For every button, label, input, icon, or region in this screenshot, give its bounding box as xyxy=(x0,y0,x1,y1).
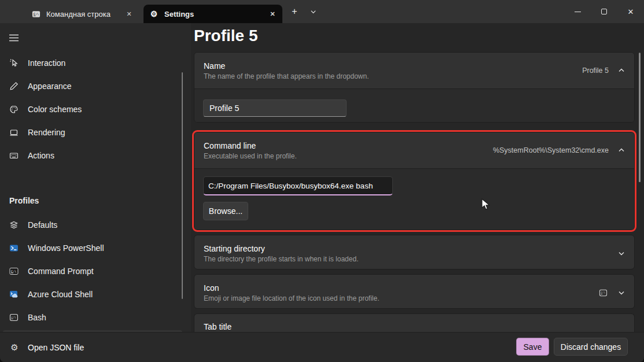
tab-dropdown-button[interactable] xyxy=(305,4,321,19)
new-tab-button[interactable]: + xyxy=(286,4,303,19)
gear-icon: ⚙ xyxy=(149,9,159,19)
profiles-section-header: Profiles xyxy=(9,196,39,205)
expander-command-line: Command line Executable used in the prof… xyxy=(194,132,635,230)
tab-title: Settings xyxy=(164,10,267,19)
expander-tab-title: Tab title xyxy=(194,313,635,332)
cmd-tab-icon: C:\ xyxy=(31,9,41,19)
setting-title: Name xyxy=(204,61,582,71)
svg-text:c:\: c:\ xyxy=(11,316,16,319)
svg-text:C:\: C:\ xyxy=(11,269,16,273)
setting-title: Command line xyxy=(204,141,493,150)
sidebar-item-interaction[interactable]: Interaction xyxy=(3,53,182,73)
sidebar-item-defaults[interactable]: Defaults xyxy=(3,215,182,235)
expander-starting-directory: Starting directory The directory the pro… xyxy=(194,235,635,269)
sidebar-item-label: Command Prompt xyxy=(28,267,94,276)
setting-subtitle: The directory the profile starts in when… xyxy=(204,255,618,263)
page-title: Profile 5 xyxy=(194,27,257,45)
expander-name-header[interactable]: Name The name of the profile that appear… xyxy=(194,53,634,88)
sidebar-item-label: Rendering xyxy=(28,128,65,137)
pen-icon xyxy=(9,82,19,91)
expander-command-line-header[interactable]: Command line Executable used in the prof… xyxy=(194,132,634,168)
setting-subtitle: Emoji or image file location of the icon… xyxy=(204,294,598,302)
setting-current-value: %SystemRoot%\System32\cmd.exe xyxy=(493,146,609,154)
hamburger-button[interactable] xyxy=(5,29,23,46)
sidebar-item-label: Azure Cloud Shell xyxy=(28,290,93,299)
sidebar-scrollbar[interactable] xyxy=(182,72,183,299)
profile-icon-preview: c:\ xyxy=(598,288,608,297)
sidebar-item-windows-powershell[interactable]: Windows PowerShell xyxy=(3,238,182,258)
open-json-label: Open JSON file xyxy=(28,343,84,352)
app-window: C:\ Командная строка ✕ ⚙ Settings ✕ + ✕ … xyxy=(0,0,644,362)
setting-subtitle: The name of the profile that appears in … xyxy=(204,72,582,80)
sidebar-item-label: Color schemes xyxy=(28,105,82,114)
azure-cloud-icon xyxy=(9,290,19,299)
minimize-icon xyxy=(575,12,581,12)
expander-icon-header[interactable]: Icon Emoji or image file location of the… xyxy=(194,275,634,309)
sidebar-item-appearance[interactable]: Appearance xyxy=(3,76,182,97)
expander-command-line-body: Browse... xyxy=(194,168,634,230)
powershell-icon xyxy=(9,243,19,253)
chevron-down-icon xyxy=(310,9,317,15)
monitor-icon xyxy=(9,128,19,137)
terminal-icon: c:\ xyxy=(9,313,19,322)
sidebar-item-color-schemes[interactable]: Color schemes xyxy=(3,99,182,120)
chevron-down-icon xyxy=(618,289,625,296)
discard-changes-button[interactable]: Discard changes xyxy=(554,338,628,356)
tab-close-icon[interactable]: ✕ xyxy=(124,9,134,19)
gear-icon: ⚙ xyxy=(9,342,20,353)
browse-button[interactable]: Browse... xyxy=(203,202,248,220)
sidebar-item-label: Windows PowerShell xyxy=(28,243,104,253)
expander-tab-title-header[interactable]: Tab title xyxy=(194,314,634,332)
tab-close-icon[interactable]: ✕ xyxy=(267,9,278,19)
tab-command-prompt[interactable]: C:\ Командная строка ✕ xyxy=(25,5,139,23)
sidebar-item-bash[interactable]: c:\ Bash xyxy=(3,307,182,328)
close-button[interactable]: ✕ xyxy=(617,0,644,23)
sidebar-item-label: Actions xyxy=(28,151,54,160)
sidebar-item-label: Appearance xyxy=(28,82,72,91)
content-scrollbar[interactable] xyxy=(639,53,641,182)
pointer-icon xyxy=(9,58,19,68)
svg-text:C:\: C:\ xyxy=(33,12,38,15)
sidebar-item-command-prompt[interactable]: C:\ Command Prompt xyxy=(3,261,182,282)
setting-current-value: Profile 5 xyxy=(582,67,609,75)
expander-starting-directory-header[interactable]: Starting directory The directory the pro… xyxy=(194,235,634,269)
tab-title: Командная строка xyxy=(46,10,124,19)
commandline-input[interactable] xyxy=(203,176,393,195)
cmd-icon: C:\ xyxy=(9,267,19,276)
chevron-down-icon xyxy=(618,250,625,257)
titlebar: C:\ Командная строка ✕ ⚙ Settings ✕ + ✕ xyxy=(0,0,644,23)
expander-name: Name The name of the profile that appear… xyxy=(194,52,635,123)
tab-settings[interactable]: ⚙ Settings ✕ xyxy=(143,5,282,23)
layers-icon xyxy=(9,220,19,230)
setting-title: Starting directory xyxy=(204,244,618,253)
expander-icon: Icon Emoji or image file location of the… xyxy=(194,274,635,309)
sidebar-item-label: Bash xyxy=(28,313,46,322)
chevron-up-icon xyxy=(618,147,625,154)
hamburger-icon xyxy=(9,34,19,42)
minimize-button[interactable] xyxy=(564,0,591,23)
setting-subtitle: Executable used in the profile. xyxy=(204,152,493,160)
sidebar-item-actions[interactable]: Actions xyxy=(3,145,182,166)
setting-title: Icon xyxy=(204,283,598,293)
svg-text:c:\: c:\ xyxy=(601,291,605,294)
sidebar-item-label: Defaults xyxy=(28,220,57,230)
maximize-icon xyxy=(601,9,607,14)
settings-main-panel: Profile 5 Name The name of the profile t… xyxy=(191,23,644,332)
sidebar-item-rendering[interactable]: Rendering xyxy=(3,122,182,143)
open-json-file-button[interactable]: ⚙ Open JSON file xyxy=(5,337,89,358)
footer-bar: ⚙ Open JSON file Save Discard changes xyxy=(0,332,644,362)
save-button[interactable]: Save xyxy=(516,338,549,356)
expander-name-body xyxy=(194,88,634,123)
chevron-up-icon xyxy=(618,67,625,74)
name-input[interactable] xyxy=(203,99,347,117)
palette-icon xyxy=(9,105,19,114)
keyboard-icon xyxy=(9,151,19,160)
sidebar: Interaction Appearance Color schemes Ren… xyxy=(0,23,191,332)
maximize-button[interactable] xyxy=(591,0,617,23)
setting-title: Tab title xyxy=(204,322,625,331)
sidebar-item-label: Interaction xyxy=(28,58,65,68)
sidebar-item-azure-cloud-shell[interactable]: Azure Cloud Shell xyxy=(3,284,182,305)
